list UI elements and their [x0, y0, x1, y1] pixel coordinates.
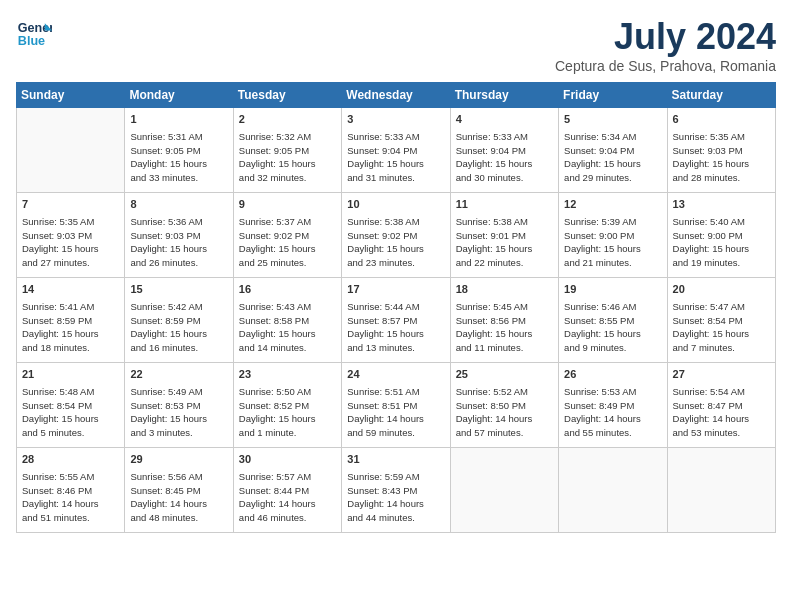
- calendar-header-row: SundayMondayTuesdayWednesdayThursdayFrid…: [17, 83, 776, 108]
- location-subtitle: Ceptura de Sus, Prahova, Romania: [555, 58, 776, 74]
- day-number: 5: [564, 112, 661, 128]
- cell-text: and 25 minutes.: [239, 257, 307, 268]
- cell-text: Daylight: 15 hours: [130, 328, 207, 339]
- cell-text: and 21 minutes.: [564, 257, 632, 268]
- day-number: 25: [456, 367, 553, 383]
- day-number: 8: [130, 197, 227, 213]
- calendar-cell: 3Sunrise: 5:33 AMSunset: 9:04 PMDaylight…: [342, 108, 450, 193]
- header-cell-friday: Friday: [559, 83, 667, 108]
- cell-text: and 11 minutes.: [456, 342, 524, 353]
- cell-text: Sunset: 8:59 PM: [130, 315, 200, 326]
- cell-text: and 26 minutes.: [130, 257, 198, 268]
- cell-text: Daylight: 15 hours: [239, 328, 316, 339]
- calendar-cell: 30Sunrise: 5:57 AMSunset: 8:44 PMDayligh…: [233, 448, 341, 533]
- cell-text: Sunset: 8:51 PM: [347, 400, 417, 411]
- cell-text: Sunrise: 5:43 AM: [239, 301, 311, 312]
- day-number: 23: [239, 367, 336, 383]
- cell-text: and 55 minutes.: [564, 427, 632, 438]
- cell-text: Daylight: 15 hours: [564, 328, 641, 339]
- day-number: 19: [564, 282, 661, 298]
- cell-text: Daylight: 15 hours: [673, 328, 750, 339]
- cell-text: Sunset: 8:55 PM: [564, 315, 634, 326]
- cell-text: and 44 minutes.: [347, 512, 415, 523]
- day-number: 14: [22, 282, 119, 298]
- cell-text: Daylight: 15 hours: [239, 243, 316, 254]
- cell-text: and 5 minutes.: [22, 427, 84, 438]
- cell-text: and 18 minutes.: [22, 342, 90, 353]
- cell-text: Daylight: 15 hours: [22, 328, 99, 339]
- day-number: 21: [22, 367, 119, 383]
- cell-text: Daylight: 14 hours: [22, 498, 99, 509]
- day-number: 12: [564, 197, 661, 213]
- calendar-cell: 5Sunrise: 5:34 AMSunset: 9:04 PMDaylight…: [559, 108, 667, 193]
- cell-text: Sunrise: 5:41 AM: [22, 301, 94, 312]
- cell-text: and 33 minutes.: [130, 172, 198, 183]
- cell-text: Sunrise: 5:53 AM: [564, 386, 636, 397]
- day-number: 16: [239, 282, 336, 298]
- cell-text: and 27 minutes.: [22, 257, 90, 268]
- calendar-cell: 31Sunrise: 5:59 AMSunset: 8:43 PMDayligh…: [342, 448, 450, 533]
- cell-text: Sunset: 9:00 PM: [673, 230, 743, 241]
- month-title: July 2024: [555, 16, 776, 58]
- day-number: 22: [130, 367, 227, 383]
- day-number: 10: [347, 197, 444, 213]
- calendar-cell: 21Sunrise: 5:48 AMSunset: 8:54 PMDayligh…: [17, 363, 125, 448]
- cell-text: and 1 minute.: [239, 427, 297, 438]
- calendar-cell: 22Sunrise: 5:49 AMSunset: 8:53 PMDayligh…: [125, 363, 233, 448]
- cell-text: Sunrise: 5:46 AM: [564, 301, 636, 312]
- svg-text:Blue: Blue: [18, 34, 45, 48]
- cell-text: Daylight: 15 hours: [673, 158, 750, 169]
- cell-text: Daylight: 15 hours: [22, 413, 99, 424]
- cell-text: Sunset: 9:04 PM: [347, 145, 417, 156]
- cell-text: Daylight: 14 hours: [239, 498, 316, 509]
- cell-text: Daylight: 15 hours: [456, 243, 533, 254]
- cell-text: and 48 minutes.: [130, 512, 198, 523]
- day-number: 7: [22, 197, 119, 213]
- cell-text: Daylight: 15 hours: [564, 158, 641, 169]
- cell-text: Daylight: 15 hours: [22, 243, 99, 254]
- calendar-cell: 25Sunrise: 5:52 AMSunset: 8:50 PMDayligh…: [450, 363, 558, 448]
- calendar-cell: 1Sunrise: 5:31 AMSunset: 9:05 PMDaylight…: [125, 108, 233, 193]
- week-row-1: 1Sunrise: 5:31 AMSunset: 9:05 PMDaylight…: [17, 108, 776, 193]
- header-cell-thursday: Thursday: [450, 83, 558, 108]
- cell-text: Daylight: 15 hours: [347, 158, 424, 169]
- cell-text: Sunrise: 5:57 AM: [239, 471, 311, 482]
- cell-text: Daylight: 15 hours: [673, 243, 750, 254]
- cell-text: Sunset: 9:01 PM: [456, 230, 526, 241]
- calendar-cell: 28Sunrise: 5:55 AMSunset: 8:46 PMDayligh…: [17, 448, 125, 533]
- cell-text: Sunrise: 5:59 AM: [347, 471, 419, 482]
- cell-text: and 32 minutes.: [239, 172, 307, 183]
- cell-text: Sunset: 8:50 PM: [456, 400, 526, 411]
- calendar-cell: 6Sunrise: 5:35 AMSunset: 9:03 PMDaylight…: [667, 108, 775, 193]
- cell-text: Sunrise: 5:48 AM: [22, 386, 94, 397]
- cell-text: Sunrise: 5:31 AM: [130, 131, 202, 142]
- cell-text: Sunrise: 5:33 AM: [347, 131, 419, 142]
- calendar-cell: 16Sunrise: 5:43 AMSunset: 8:58 PMDayligh…: [233, 278, 341, 363]
- cell-text: and 3 minutes.: [130, 427, 192, 438]
- day-number: 6: [673, 112, 770, 128]
- calendar-cell: 11Sunrise: 5:38 AMSunset: 9:01 PMDayligh…: [450, 193, 558, 278]
- cell-text: Daylight: 14 hours: [564, 413, 641, 424]
- cell-text: Daylight: 14 hours: [130, 498, 207, 509]
- cell-text: Daylight: 14 hours: [347, 498, 424, 509]
- cell-text: Sunset: 9:00 PM: [564, 230, 634, 241]
- cell-text: Sunrise: 5:50 AM: [239, 386, 311, 397]
- day-number: 3: [347, 112, 444, 128]
- cell-text: Sunset: 8:52 PM: [239, 400, 309, 411]
- logo: General Blue: [16, 16, 52, 52]
- cell-text: Sunrise: 5:39 AM: [564, 216, 636, 227]
- cell-text: and 28 minutes.: [673, 172, 741, 183]
- day-number: 15: [130, 282, 227, 298]
- cell-text: Sunset: 8:46 PM: [22, 485, 92, 496]
- day-number: 1: [130, 112, 227, 128]
- day-number: 18: [456, 282, 553, 298]
- cell-text: Sunset: 8:47 PM: [673, 400, 743, 411]
- cell-text: and 46 minutes.: [239, 512, 307, 523]
- cell-text: Sunrise: 5:33 AM: [456, 131, 528, 142]
- day-number: 31: [347, 452, 444, 468]
- calendar-cell: [667, 448, 775, 533]
- day-number: 9: [239, 197, 336, 213]
- cell-text: Sunrise: 5:44 AM: [347, 301, 419, 312]
- cell-text: Sunset: 8:43 PM: [347, 485, 417, 496]
- calendar-cell: 19Sunrise: 5:46 AMSunset: 8:55 PMDayligh…: [559, 278, 667, 363]
